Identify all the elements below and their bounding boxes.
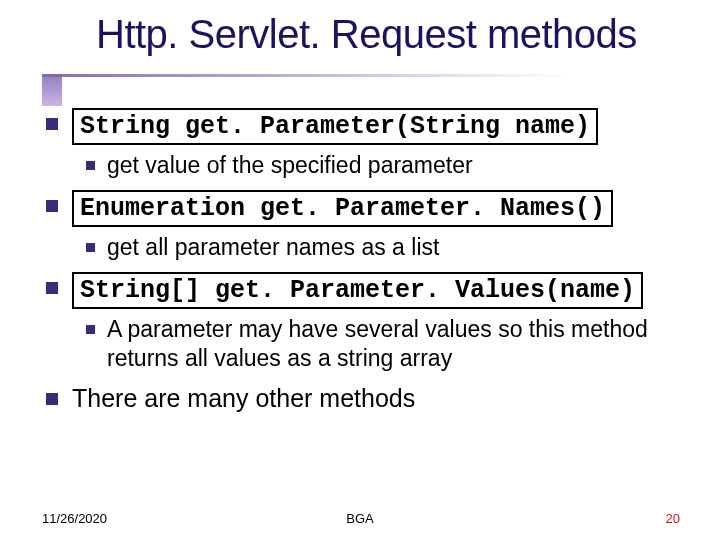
square-bullet-icon	[46, 118, 58, 130]
slide-title: Http. Servlet. Request methods	[96, 12, 637, 57]
plain-text-4: There are many other methods	[72, 383, 415, 414]
sub-text-1: get value of the specified parameter	[107, 151, 473, 180]
code-signature-3: String[] get. Parameter. Values(name)	[72, 272, 643, 309]
square-bullet-icon	[86, 325, 95, 334]
square-bullet-icon	[46, 200, 58, 212]
title-underline	[42, 74, 662, 77]
code-signature-2: Enumeration get. Parameter. Names()	[72, 190, 613, 227]
title-accent-bar	[42, 74, 62, 106]
square-bullet-icon	[46, 393, 58, 405]
square-bullet-icon	[86, 243, 95, 252]
bullet-item-2: Enumeration get. Parameter. Names()	[46, 190, 686, 227]
footer-page-number: 20	[666, 511, 680, 526]
slide-body: String get. Parameter(String name) get v…	[46, 108, 686, 420]
bullet-item-1: String get. Parameter(String name)	[46, 108, 686, 145]
sub-bullet-3: A parameter may have several values so t…	[86, 315, 686, 373]
square-bullet-icon	[86, 161, 95, 170]
code-signature-1: String get. Parameter(String name)	[72, 108, 598, 145]
sub-text-2: get all parameter names as a list	[107, 233, 439, 262]
sub-text-3: A parameter may have several values so t…	[107, 315, 686, 373]
bullet-item-4: There are many other methods	[46, 383, 686, 414]
sub-bullet-2: get all parameter names as a list	[86, 233, 686, 262]
square-bullet-icon	[46, 282, 58, 294]
bullet-item-3: String[] get. Parameter. Values(name)	[46, 272, 686, 309]
sub-bullet-1: get value of the specified parameter	[86, 151, 686, 180]
footer-author: BGA	[0, 511, 720, 526]
